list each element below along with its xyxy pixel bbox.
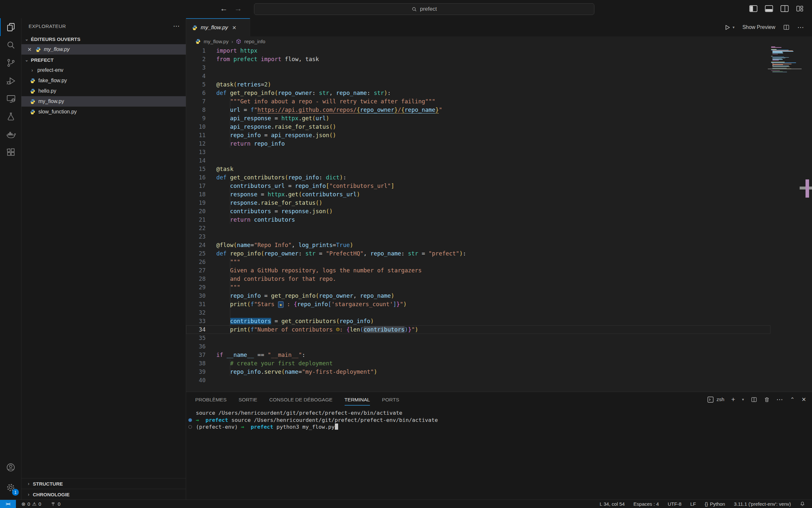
close-panel-icon[interactable]: ✕ xyxy=(802,396,806,403)
code-line-23[interactable]: 23 xyxy=(186,232,812,241)
code-line-8[interactable]: 8 url = f"https://api.github.com/repos/{… xyxy=(186,105,812,114)
code-line-35[interactable]: 35 xyxy=(186,334,812,342)
code-line-27[interactable]: 27 Given a GitHub repository, logs the n… xyxy=(186,266,812,274)
problems-status[interactable]: ⊗ 0 ⚠ 0 xyxy=(18,500,44,508)
code-line-10[interactable]: 10 api_response.raise_for_status() xyxy=(186,123,812,131)
extensions-icon[interactable] xyxy=(0,143,21,161)
run-python-file-icon[interactable] xyxy=(724,25,730,31)
explorer-more-actions-icon[interactable]: ⋯ xyxy=(173,22,180,30)
code-line-34[interactable]: 34 print(f"Number of contributors ☺: {le… xyxy=(186,325,812,334)
code-line-39[interactable]: 39 repo_info.serve(name="my-first-deploy… xyxy=(186,368,812,376)
code-line-31[interactable]: 31 print(f"Stars ★ : {repo_info['stargaz… xyxy=(186,300,812,308)
code-line-33[interactable]: 33 contributors = get_contributors(repo_… xyxy=(186,317,812,325)
code-line-40[interactable]: 40 xyxy=(186,376,812,384)
maximize-panel-icon[interactable]: ⌃ xyxy=(790,396,795,403)
close-icon[interactable]: ✕ xyxy=(27,46,33,53)
indentation[interactable]: Espaces : 4 xyxy=(631,500,661,508)
source-control-icon[interactable] xyxy=(0,54,21,72)
python-interpreter[interactable]: 3.11.1 ('prefect-env': venv) xyxy=(731,500,793,508)
code-line-6[interactable]: 6def get_repo_info(repo_owner: str, repo… xyxy=(186,89,812,97)
show-preview-button[interactable]: Show Preview xyxy=(743,25,775,30)
close-tab-icon[interactable]: ✕ xyxy=(231,25,237,31)
code-line-7[interactable]: 7 """Get info about a repo - will retry … xyxy=(186,97,812,105)
panel-tab-console-de-débogage[interactable]: CONSOLE DE DÉBOGAGE xyxy=(269,392,333,407)
eol-sequence[interactable]: LF xyxy=(688,500,698,508)
toggle-panel-icon[interactable] xyxy=(765,5,773,12)
code-line-14[interactable]: 14 xyxy=(186,156,812,165)
code-line-29[interactable]: 29 """ xyxy=(186,283,812,292)
forward-icon[interactable]: → xyxy=(233,4,244,13)
panel-tab-terminal[interactable]: TERMINAL xyxy=(345,392,370,407)
structure-section[interactable]: › STRUCTURE xyxy=(21,478,186,489)
ports-status[interactable]: 0 xyxy=(47,500,63,508)
terminal-output[interactable]: source /Users/henricourdent/git/prefect/… xyxy=(186,410,812,500)
code-line-5[interactable]: 5@task(retries=2) xyxy=(186,80,812,89)
toggle-secondary-sidebar-icon[interactable] xyxy=(780,5,789,12)
code-line-24[interactable]: 24@flow(name="Repo Info", log_prints=Tru… xyxy=(186,241,812,249)
code-line-2[interactable]: 2from prefect import flow, task xyxy=(186,55,812,64)
code-line-11[interactable]: 11 repo_info = api_response.json() xyxy=(186,131,812,139)
file-row-prefect-env[interactable]: ›prefect-env xyxy=(21,65,186,75)
workspace-root-section[interactable]: ⌄ PREFECT xyxy=(21,55,186,65)
code-line-19[interactable]: 19 response.raise_for_status() xyxy=(186,199,812,207)
encoding[interactable]: UTF-8 xyxy=(666,500,684,508)
docker-icon[interactable] xyxy=(0,125,21,143)
explorer-icon[interactable] xyxy=(0,18,21,36)
code-line-37[interactable]: 37if __name__ == "__main__": xyxy=(186,351,812,359)
cursor-position[interactable]: L 34, col 54 xyxy=(597,500,627,508)
file-row-fake_flow.py[interactable]: fake_flow.py xyxy=(21,75,186,86)
code-line-13[interactable]: 13 xyxy=(186,148,812,156)
code-line-4[interactable]: 4 xyxy=(186,72,812,80)
toggle-sidebar-icon[interactable] xyxy=(749,5,757,12)
code-line-3[interactable]: 3 xyxy=(186,64,812,72)
kill-terminal-icon[interactable] xyxy=(764,396,770,403)
open-editor-my_flow[interactable]: ✕ my_flow.py xyxy=(21,44,186,55)
code-line-26[interactable]: 26 """ xyxy=(186,258,812,266)
timeline-section[interactable]: › CHRONOLOGIE xyxy=(21,489,186,500)
command-center-search[interactable]: prefect xyxy=(254,3,594,15)
code-line-17[interactable]: 17 contributors_url = repo_info["contrib… xyxy=(186,182,812,190)
code-line-21[interactable]: 21 return contributors xyxy=(186,215,812,224)
back-icon[interactable]: ← xyxy=(218,4,229,13)
code-line-16[interactable]: 16def get_contributors(repo_info: dict): xyxy=(186,173,812,182)
code-line-38[interactable]: 38 # create your first deployment xyxy=(186,359,812,368)
remote-explorer-icon[interactable] xyxy=(0,90,21,108)
terminal-dropdown-chevron-icon[interactable]: ▾ xyxy=(742,397,744,402)
code-line-36[interactable]: 36 xyxy=(186,342,812,351)
code-line-20[interactable]: 20 contributors = response.json() xyxy=(186,207,812,215)
settings-gear-icon[interactable]: 1 xyxy=(0,477,21,498)
panel-tab-sortie[interactable]: SORTIE xyxy=(238,392,257,407)
file-row-slow_function.py[interactable]: slow_function.py xyxy=(21,107,186,117)
minimap[interactable] xyxy=(771,46,799,392)
split-terminal-icon[interactable] xyxy=(751,396,757,403)
notifications-bell-icon[interactable] xyxy=(797,500,807,508)
panel-tab-ports[interactable]: PORTS xyxy=(382,392,399,407)
code-line-25[interactable]: 25def repo_info(repo_owner: str = "Prefe… xyxy=(186,249,812,258)
code-line-1[interactable]: 1import httpx xyxy=(186,46,812,55)
panel-tab-problèmes[interactable]: PROBLÈMES xyxy=(195,392,226,407)
run-dropdown-chevron-icon[interactable]: ▾ xyxy=(733,25,735,30)
open-editors-section[interactable]: ⌄ ÉDITEURS OUVERTS xyxy=(21,34,186,44)
accounts-icon[interactable] xyxy=(0,457,21,477)
code-area[interactable]: 1import httpx2from prefect import flow, … xyxy=(186,46,812,392)
code-line-22[interactable]: 22 xyxy=(186,224,812,232)
run-debug-icon[interactable] xyxy=(0,72,21,90)
new-terminal-icon[interactable]: + xyxy=(731,395,735,404)
tab-my_flow[interactable]: my_flow.py ✕ xyxy=(186,18,250,36)
search-view-icon[interactable] xyxy=(0,36,21,54)
split-editor-icon[interactable] xyxy=(783,24,790,31)
customize-layout-icon[interactable] xyxy=(796,5,804,12)
panel-more-actions-icon[interactable]: ⋯ xyxy=(777,395,783,404)
terminal-shell-chip[interactable]: zsh xyxy=(707,396,724,403)
language-mode[interactable]: {} Python xyxy=(703,500,727,508)
breadcrumb[interactable]: my_flow.py › repo_info xyxy=(186,36,812,46)
code-line-18[interactable]: 18 response = httpx.get(contributors_url… xyxy=(186,190,812,199)
code-line-28[interactable]: 28 and contributors for that repo. xyxy=(186,274,812,283)
code-line-30[interactable]: 30 repo_info = get_repo_info(repo_owner,… xyxy=(186,292,812,300)
file-row-hello.py[interactable]: hello.py xyxy=(21,86,186,96)
code-line-32[interactable]: 32 xyxy=(186,308,812,317)
remote-indicator[interactable]: >< xyxy=(0,500,16,508)
testing-icon[interactable] xyxy=(0,108,21,125)
code-line-15[interactable]: 15@task xyxy=(186,165,812,173)
editor-more-actions-icon[interactable]: ⋯ xyxy=(797,24,804,31)
